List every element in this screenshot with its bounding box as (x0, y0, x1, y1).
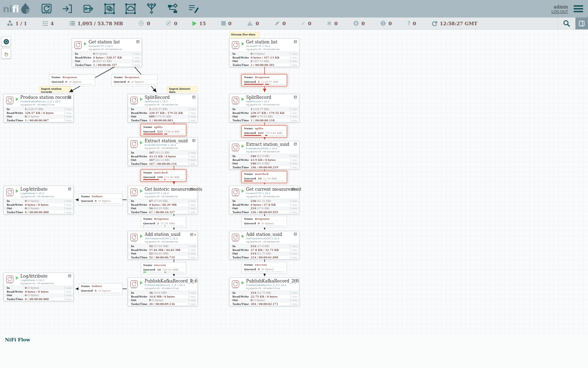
connection-queue-label[interactable]: Name splits Queued 522 (136.4 KB) (141, 124, 186, 136)
stat-strong: 246 (251, 162, 256, 165)
navigate-palette-button[interactable] (1, 36, 11, 47)
stat-window: 5 min (188, 291, 196, 294)
stat-strong: 0 (93, 52, 95, 55)
backpressure-size-bar (265, 135, 285, 136)
processor-node[interactable]: LogAttribute LogAttribute 1.16.3 org.apa… (4, 273, 74, 301)
processor-node[interactable]: Add station_uuid JoltTransformJSON 1.16.… (229, 231, 299, 259)
tasks-icon (68, 274, 71, 277)
birdseye-toggle-button[interactable] (575, 18, 588, 29)
stat-row: Read/Write57.04 MB / 84.82 MB5 min (128, 248, 197, 252)
remote-process-group-icon[interactable] (124, 2, 137, 15)
queued-count: 0 (65, 80, 67, 83)
tasks-icon (68, 96, 71, 98)
connection-queue-label[interactable]: Name Response Queued 0 (0 bytes) (49, 74, 95, 86)
processor-node[interactable]: Extract station_uuid EvaluateJsonPath 1.… (229, 141, 299, 169)
connection-queue-label[interactable]: Name Failure Queued 0 (0 bytes) (78, 193, 122, 205)
connection-queue-label[interactable]: Name matched Queued 10 (2.59 KB) (241, 171, 287, 183)
processor-node[interactable]: Extract station_uuid EvaluateJsonPath 1.… (128, 137, 198, 166)
stat-strong: 27.8 KB / 22.75 KB (251, 248, 279, 252)
stat-label: Tasks/Time (131, 256, 149, 259)
logout-link[interactable]: LOG OUT (552, 9, 568, 14)
operate-palette-button[interactable] (1, 48, 11, 59)
connection-queue-label[interactable]: Name success Queued 0 (0 bytes) (241, 262, 287, 274)
queue-queued-key: Queued (244, 131, 256, 135)
processor-type: InvokeHTTP 1.16.3 (145, 192, 202, 195)
relationship-name: Failure (92, 195, 103, 198)
processor-icon[interactable] (40, 2, 53, 15)
processor-bundle: org.apache.nifi - nifi-standard-nar (246, 195, 301, 198)
connection-queue-label[interactable]: Name Response Queued 0 (0 bytes) (111, 74, 158, 86)
process-group-icon[interactable] (103, 2, 116, 15)
stat-label: Out (232, 299, 251, 302)
relationship-name: matched (154, 171, 168, 174)
stat-window: 5 min (290, 162, 298, 165)
queue-queued-key: Queued (244, 222, 256, 225)
stat-window: 5 min (290, 211, 298, 214)
backpressure-size-bar (101, 203, 120, 204)
active-threads-count: 1 (194, 279, 196, 283)
stat-strong: 214 (251, 207, 256, 210)
stat-strong: 22.75 KB / 0 bytes (251, 295, 278, 298)
stat-label: Tasks/Time (131, 119, 149, 122)
stat-strong: 246 / 00:00:00.219 (251, 166, 278, 169)
processor-node[interactable]: PublishKafkaRecord_2_6 PublishKafkaRecor… (128, 278, 198, 306)
processor-node[interactable]: Get current measurement InvokeHTTP 1.16.… (229, 186, 299, 214)
stat-row: Read/Write22.75 KB / 0 bytes5 min (230, 295, 299, 299)
processor-stats: In0(0 bytes)5 minRead/Write0 bytes / 457… (230, 52, 299, 67)
stat-strong: 52 / 00:00:06.719 (149, 256, 175, 259)
connection-queue-label[interactable]: Name Response Queued 1 (228.57 KB) (241, 74, 287, 86)
backpressure-size-bar (164, 134, 184, 135)
active-threads-badge (192, 139, 196, 142)
processor-node[interactable]: Get historic measurements InvokeHTTP 1.1… (128, 186, 198, 214)
connection-queue-label[interactable]: Name splits Queued 443 (115.62 KB) (241, 125, 287, 137)
stat-strong: 0 bytes / 457.13 KB (251, 56, 279, 59)
queue-queued-key: Queued (244, 80, 256, 83)
connection-queue-label[interactable]: Name Response Queued 0 (0 bytes) (241, 216, 287, 228)
stat-strong: 246 (251, 155, 256, 158)
tasks-icon (68, 188, 71, 190)
stat-strong: 214 (251, 252, 256, 255)
processor-bundle: org.apache.nifi - nifi-kafka-2-6-nar (246, 287, 299, 290)
backpressure-size-bar (164, 179, 184, 180)
status-refresh[interactable]: 12:58:27 GMT (432, 20, 478, 26)
backpressure-size-bar (265, 180, 285, 182)
processor-bundle: org.apache.nifi - nifi-kafka-2-6-nar (145, 287, 197, 290)
input-port-icon[interactable] (61, 2, 74, 15)
stat-rest: (179.52 KB) (257, 115, 273, 118)
processor-node[interactable]: SplitRecord SplitRecord 1.16.3 org.apach… (128, 94, 198, 122)
stat-label: Out (232, 60, 251, 63)
processor-node[interactable]: Get station list InvokeHTTP 1.16.3 org.a… (229, 39, 299, 67)
processor-node[interactable]: Add station_uuid JoltTransformJSON 1.16.… (128, 231, 198, 259)
connection-queue-label[interactable]: Name matched Queued 100 (25.43 KB) (141, 170, 186, 182)
label-icon[interactable] (187, 2, 200, 15)
output-port-icon[interactable] (82, 2, 95, 15)
global-menu-icon[interactable] (574, 5, 583, 12)
processor-node[interactable]: Produce station records PublishKafkaReco… (4, 94, 74, 122)
connection-queue-label[interactable]: Name failure Queued 0 (0 bytes) (78, 283, 122, 295)
search-button[interactable] (558, 18, 575, 29)
stat-row: In67(17.69 KB)5 min (128, 199, 197, 203)
stat-label: Tasks/Time (7, 298, 25, 301)
processor-stats: In1(228.57 KB)5 minRead/Write228.57 KB /… (230, 107, 299, 122)
connection-queue-label[interactable]: Name Response Queued 2 (3.25 MB) (141, 216, 186, 228)
processor-node[interactable]: Get station list InvokeHTTP 1.16.3 org.a… (72, 39, 142, 67)
stat-strong: 1 (251, 108, 252, 111)
funnel-icon[interactable] (145, 2, 158, 15)
processor-node[interactable]: SplitRecord SplitRecord 1.16.3 org.apach… (229, 94, 299, 122)
stat-label: Read/Write (232, 111, 251, 115)
breadcrumb-root[interactable]: NiFi Flow (0, 333, 30, 342)
relationship-name: Response (62, 75, 77, 79)
processor-type-icon (231, 143, 240, 155)
processor-node[interactable]: LogAttribute LogAttribute 1.16.3 org.apa… (4, 186, 74, 214)
stat-row: Tasks/Time236 / 00:00:09.9255 min (230, 210, 299, 214)
locally-modified-stale-icon (380, 20, 386, 26)
connection-queue-label[interactable]: Name success Queued 16 (50.03 MB) (141, 262, 186, 274)
processor-node[interactable]: PublishKafkaRecord_2_6 PublishKafkaRecor… (229, 278, 299, 306)
backpressure-bars (141, 134, 186, 136)
template-icon[interactable] (166, 2, 179, 15)
running-status-icon (241, 189, 244, 193)
flow-canvas[interactable]: Stream live-data Ingest station records … (0, 0, 588, 368)
processor-title: Extract station_uuid (246, 142, 289, 147)
processor-type-icon (5, 274, 15, 286)
processor-title: LogAttribute (20, 187, 54, 192)
